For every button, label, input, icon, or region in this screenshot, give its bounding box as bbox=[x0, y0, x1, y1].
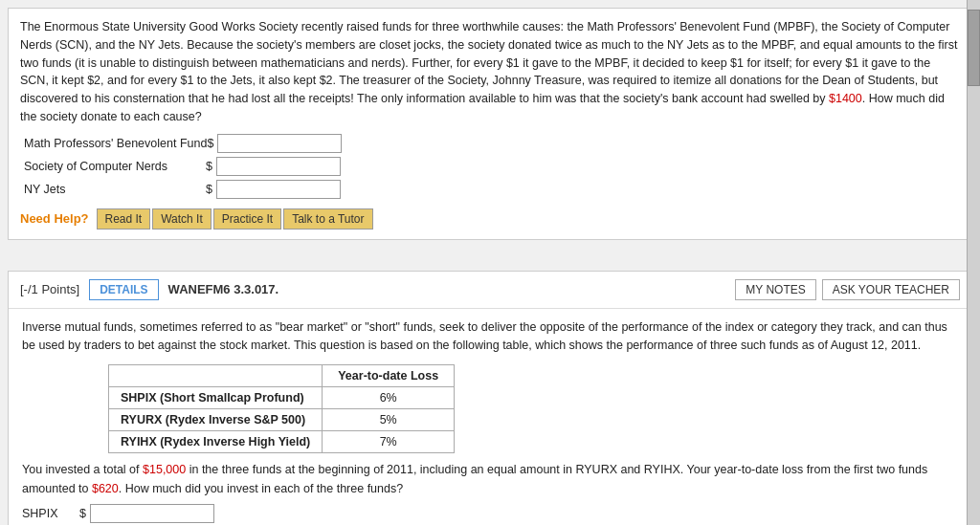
scrollbar-thumb[interactable] bbox=[968, 10, 980, 86]
fund-table: Year-to-date Loss SHPIX (Short Smallcap … bbox=[108, 364, 455, 453]
dollar-scn: $ bbox=[206, 160, 212, 173]
dollar-shpix: $ bbox=[79, 507, 86, 520]
amount-620: $620 bbox=[92, 482, 119, 495]
input-row-mpbf: Math Professors' Benevolent Fund $ bbox=[24, 134, 960, 153]
problem-id: WANEFM6 3.3.017. bbox=[168, 282, 279, 296]
page-wrapper: The Enormous State University Good Works… bbox=[0, 8, 980, 525]
dollar-mpbf: $ bbox=[207, 137, 213, 150]
q2-header-right: MY NOTES ASK YOUR TEACHER bbox=[735, 279, 960, 300]
dollar-nyjets: $ bbox=[206, 183, 212, 196]
fund-loss-shpix: 6% bbox=[323, 387, 455, 409]
input-row-nyjets: NY Jets $ bbox=[24, 180, 960, 199]
input-scn[interactable] bbox=[216, 157, 341, 176]
input-row-shpix: SHPIX $ bbox=[22, 504, 958, 523]
need-help-label: Need Help? bbox=[20, 211, 89, 226]
fund-name-ryihx: RYIHX (Rydex Inverse High Yield) bbox=[109, 431, 323, 453]
table-header-loss: Year-to-date Loss bbox=[323, 365, 455, 387]
q2-intro-text: Inverse mutual funds, sometimes referred… bbox=[22, 318, 958, 356]
points-label: [-/1 Points] bbox=[20, 282, 79, 296]
fund-loss-ryihx: 7% bbox=[323, 431, 455, 453]
my-notes-button[interactable]: MY NOTES bbox=[735, 279, 815, 300]
ask-teacher-button[interactable]: ASK YOUR TEACHER bbox=[822, 279, 960, 300]
table-row: RYIHX (Rydex Inverse High Yield) 7% bbox=[109, 431, 455, 453]
label-nyjets: NY Jets bbox=[24, 183, 206, 196]
scrollbar[interactable] bbox=[967, 0, 980, 525]
input-nyjets[interactable] bbox=[216, 180, 341, 199]
fund-name-ryurx: RYURX (Rydex Inverse S&P 500) bbox=[109, 409, 323, 431]
fund-loss-ryurx: 5% bbox=[323, 409, 455, 431]
q2-header: [-/1 Points] DETAILS WANEFM6 3.3.017. MY… bbox=[9, 272, 971, 309]
amount-15000: $15,000 bbox=[143, 463, 186, 476]
input-shpix[interactable] bbox=[90, 504, 214, 523]
amount-link-1400[interactable]: $1400 bbox=[829, 92, 862, 105]
table-header-empty bbox=[109, 365, 323, 387]
practice-it-button[interactable]: Practice It bbox=[213, 208, 281, 230]
label-shpix: SHPIX bbox=[22, 507, 79, 520]
table-row: SHPIX (Short Smallcap Profund) 6% bbox=[109, 387, 455, 409]
need-help-row: Need Help? Read It Watch It Practice It … bbox=[20, 208, 960, 230]
q2-body-text-2: You invested a total of $15,000 in the t… bbox=[22, 461, 958, 498]
q2-input-section: You invested a total of $15,000 in the t… bbox=[22, 461, 958, 525]
q1-text: The Enormous State University Good Works… bbox=[20, 18, 960, 126]
q2-body: Inverse mutual funds, sometimes referred… bbox=[9, 309, 971, 526]
talk-to-tutor-button[interactable]: Talk to a Tutor bbox=[283, 208, 372, 230]
question-block-1: The Enormous State University Good Works… bbox=[8, 8, 972, 240]
q2-header-left: [-/1 Points] DETAILS WANEFM6 3.3.017. bbox=[20, 279, 278, 300]
read-it-button[interactable]: Read It bbox=[97, 208, 151, 230]
table-row: RYURX (Rydex Inverse S&P 500) 5% bbox=[109, 409, 455, 431]
label-mpbf: Math Professors' Benevolent Fund bbox=[24, 137, 207, 150]
input-mpbf[interactable] bbox=[217, 134, 342, 153]
divider bbox=[0, 240, 980, 271]
watch-it-button[interactable]: Watch It bbox=[152, 208, 212, 230]
fund-name-shpix: SHPIX (Short Smallcap Profund) bbox=[109, 387, 323, 409]
details-button[interactable]: DETAILS bbox=[89, 279, 158, 300]
input-row-scn: Society of Computer Nerds $ bbox=[24, 157, 960, 176]
q1-input-table: Math Professors' Benevolent Fund $ Socie… bbox=[24, 134, 960, 199]
question-block-2: [-/1 Points] DETAILS WANEFM6 3.3.017. MY… bbox=[8, 271, 972, 526]
label-scn: Society of Computer Nerds bbox=[24, 160, 206, 173]
